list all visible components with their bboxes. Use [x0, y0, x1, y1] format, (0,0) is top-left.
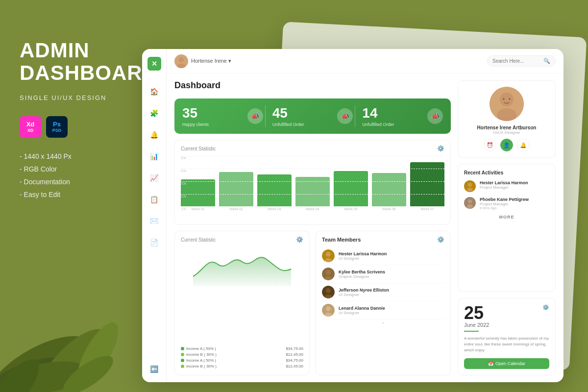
team-info-1: Hester Larissa Harmon UI Designer: [339, 251, 387, 261]
y-line-40k: 40k: [181, 169, 444, 172]
header-search[interactable]: 🔍: [487, 55, 556, 67]
svg-point-25: [503, 98, 505, 100]
page-title: Dashboard: [174, 80, 451, 91]
sidebar-item-puzzle[interactable]: 🧩: [149, 108, 160, 119]
calendar-date: 25: [464, 304, 489, 322]
profile-bell-btn[interactable]: 🔔: [517, 139, 530, 151]
activity-avatar-1: [464, 180, 476, 192]
bar-chart-title: Current Statistic: [181, 146, 216, 151]
legend-dot-1: [181, 347, 184, 350]
team-role-3: UI Designer: [339, 293, 389, 297]
sidebar-item-clipboard[interactable]: 📋: [149, 194, 160, 205]
profile-name: Hortense Irene Artburson: [464, 125, 549, 130]
content-area: Dashboard 35 Happy clients 📣 4: [167, 74, 564, 382]
open-calendar-button[interactable]: 📅 Open Calendar: [464, 358, 549, 369]
stat-icon-3: 📣: [427, 108, 443, 124]
feature-color: - RGB Color: [20, 165, 157, 173]
sidebar-item-doc[interactable]: 📄: [149, 237, 160, 248]
area-chart-title: Current Statistic: [181, 237, 216, 243]
income-legend: Income A ( 50% ) $34,75.00 Income B ( 30…: [181, 346, 303, 370]
svg-point-23: [500, 93, 514, 106]
main-content: Hortense Irene ▾ 🔍 Dashboard: [167, 49, 564, 382]
team-name-1: Hester Larissa Harmon: [339, 251, 387, 256]
legend-value-4: $12,45.00: [286, 364, 303, 368]
team-member-2: Kylee Bertha Scrivens Graphic Designer: [322, 265, 444, 283]
profile-person-btn[interactable]: 👤: [500, 139, 513, 151]
sidebar-item-home[interactable]: 🏠: [149, 86, 160, 97]
legend-value-1: $34,75.00: [286, 346, 303, 351]
content-right: Hortense Irene Artburson UI/UX Designer …: [458, 80, 556, 375]
legend-item-3: Income A ( 50% ) $34,75.00: [181, 358, 303, 363]
calendar-icon: 📅: [488, 361, 493, 366]
bar-chart: 50k 40k 30k 20k 10k Week 01Week 02Week 0…: [181, 156, 444, 220]
sidebar-item-chart[interactable]: 📊: [149, 151, 160, 162]
feature-edit: - Easy to Edit: [20, 191, 157, 198]
calendar-settings-icon[interactable]: ⚙️: [542, 304, 549, 311]
legend-label-4: Income B ( 30% ): [186, 364, 217, 368]
user-info: Hortense Irene ▾: [174, 54, 231, 68]
stat-icon-1: 📣: [247, 108, 263, 124]
legend-item-2: Income B ( 30% ) $12,45.00: [181, 352, 303, 357]
team-name-2: Kylee Bertha Scrivens: [339, 270, 385, 274]
profile-card: Hortense Irene Artburson UI/UX Designer …: [458, 80, 556, 158]
team-info-4: Lenard Alanna Dannie UI Designer: [339, 306, 385, 315]
team-info-3: Jefferson Nyree Elliston UI Designer: [339, 288, 389, 297]
team-avatar-4: [322, 304, 335, 317]
stat-unfulfilled-1: 45 Unfulfilled Order 📣: [265, 105, 353, 127]
legend-value-2: $12,45.00: [286, 352, 303, 357]
bottom-row: Current Statistic ⚙️: [174, 231, 451, 375]
area-chart-card: Current Statistic ⚙️: [174, 231, 310, 375]
content-left: Dashboard 35 Happy clients 📣 4: [174, 80, 451, 375]
svg-point-14: [326, 270, 331, 275]
feature-list: - 1440 x 1440 Px - RGB Color - Documenta…: [20, 152, 157, 198]
feature-docs: - Documentation: [20, 178, 157, 186]
header-username: Hortense Irene ▾: [191, 58, 231, 64]
svg-point-26: [509, 98, 511, 100]
svg-point-28: [468, 183, 472, 187]
profile-clock-btn[interactable]: ⏰: [484, 139, 496, 151]
profile-actions: ⏰ 👤 🔔: [464, 139, 549, 151]
activity-avatar-2: [464, 197, 476, 209]
badge-xd: Xd XD: [20, 116, 41, 138]
legend-label-3: Income A ( 50% ): [186, 358, 216, 363]
search-input[interactable]: [492, 58, 540, 64]
calendar-divider: [464, 331, 479, 332]
activities-card: Recent Activities Hester Larissa Harmon …: [458, 164, 556, 292]
stats-row: 35 Happy clients 📣 45 Unfulfilled Order …: [174, 98, 451, 134]
stat-number-2: 45: [272, 105, 304, 121]
y-line-20k: 20k: [181, 194, 444, 198]
sidebar: ✕ 🏠 🧩 🔔 📊 📈 📋 ✉️ 📄 ⬅️: [142, 49, 167, 382]
activity-item-1: Hester Larissa Harmon Project Manager: [464, 180, 549, 192]
team-avatar-2: [322, 268, 335, 280]
more-activities-link[interactable]: MORE: [464, 215, 549, 220]
chart-y-lines: 50k 40k 30k 20k 10k: [181, 156, 444, 211]
bar-chart-settings-icon[interactable]: ⚙️: [437, 145, 444, 152]
svg-point-12: [325, 258, 332, 262]
team-role-2: Graphic Designer: [339, 274, 385, 279]
feature-size: - 1440 x 1440 Px: [20, 152, 157, 160]
sidebar-item-logout[interactable]: ⬅️: [149, 364, 160, 374]
activity-role-2: Project Manager: [480, 202, 529, 206]
stat-icon-2: 📣: [337, 108, 353, 124]
team-member-1: Hester Larissa Harmon UI Designer: [322, 247, 444, 265]
team-settings-icon[interactable]: ⚙️: [437, 236, 444, 243]
profile-avatar: [490, 87, 524, 121]
calendar-month: June 2022: [464, 322, 489, 328]
bar-chart-card: Current Statistic ⚙️ 50k 40k 30k 20k 10k: [174, 140, 451, 225]
chevron-up-icon[interactable]: ⌃: [322, 321, 444, 327]
sidebar-item-trending[interactable]: 📈: [149, 172, 160, 183]
svg-point-11: [326, 252, 331, 257]
svg-point-20: [326, 306, 331, 311]
legend-label-2: Income B ( 30% ): [186, 352, 217, 357]
area-chart-settings-icon[interactable]: ⚙️: [296, 236, 303, 243]
svg-point-32: [467, 204, 473, 208]
team-member-4: Lenard Alanna Dannie UI Designer: [322, 301, 444, 319]
team-info-2: Kylee Bertha Scrivens Graphic Designer: [339, 270, 385, 279]
legend-dot-2: [181, 353, 184, 356]
sidebar-item-mail[interactable]: ✉️: [149, 216, 160, 226]
activity-info-1: Hester Larissa Harmon Project Manager: [480, 180, 528, 190]
dashboard-main: ✕ 🏠 🧩 🔔 📊 📈 📋 ✉️ 📄 ⬅️: [142, 49, 564, 382]
sidebar-item-bell[interactable]: 🔔: [149, 129, 160, 140]
sidebar-logo: ✕: [147, 57, 161, 71]
stat-label-2: Unfulfilled Order: [272, 122, 304, 127]
